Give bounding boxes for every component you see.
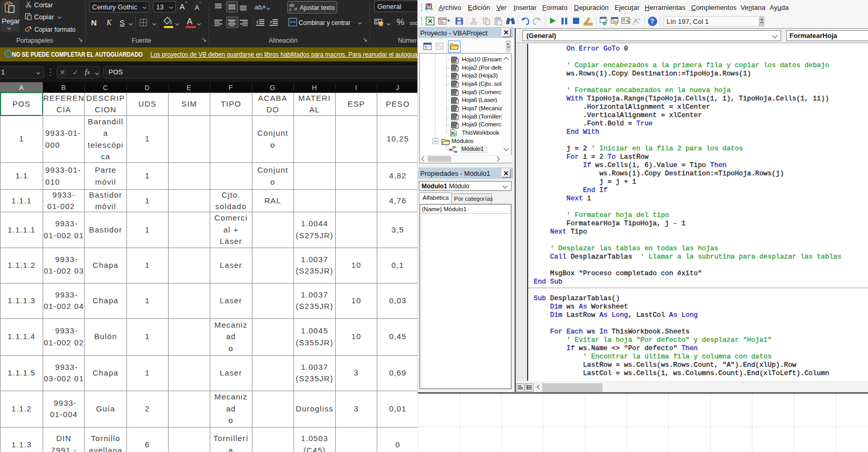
svg-text:ab: ab bbox=[254, 4, 262, 11]
